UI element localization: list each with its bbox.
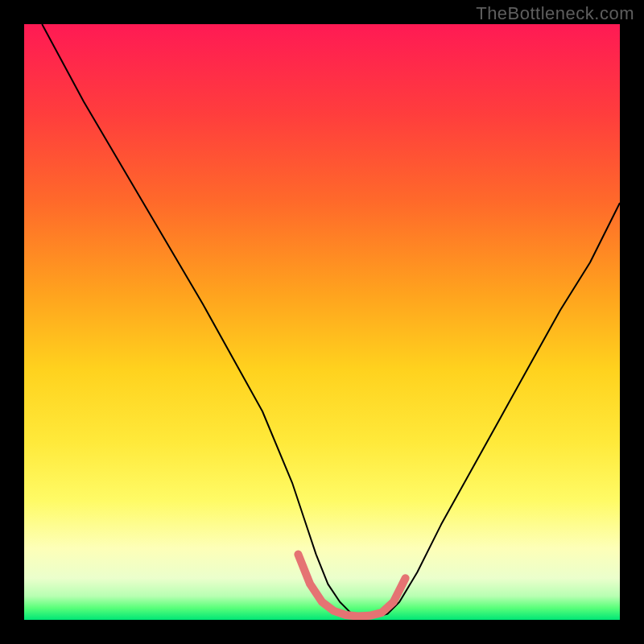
- chart-frame: TheBottleneck.com: [0, 0, 644, 644]
- optimal-zone: [298, 555, 405, 617]
- plot-area: [24, 24, 620, 620]
- primary-curve: [42, 24, 620, 617]
- watermark-text: TheBottleneck.com: [476, 3, 634, 24]
- curve-svg: [24, 24, 620, 620]
